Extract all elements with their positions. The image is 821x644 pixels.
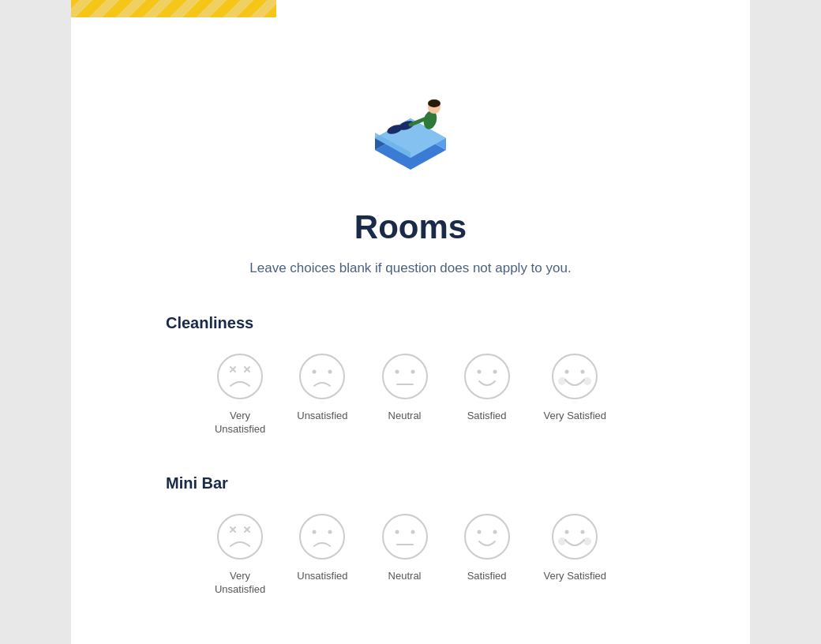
mini-bar-very-satisfied[interactable]: Very Satisfied (544, 511, 607, 597)
satisfied-label: Satisfied (467, 410, 507, 423)
svg-point-24 (477, 370, 481, 374)
mini-bar-unsatisfied[interactable]: Unsatisfied (297, 511, 347, 597)
top-stripe-decoration (71, 0, 276, 17)
svg-point-31 (218, 515, 262, 559)
very-unsatisfied-label: VeryUnsatisfied (215, 410, 265, 436)
mini-bar-very-satisfied-label: Very Satisfied (544, 570, 607, 583)
svg-point-40 (395, 530, 399, 534)
mini-bar-satisfied[interactable]: Satisfied (462, 511, 512, 597)
cleanliness-unsatisfied[interactable]: Unsatisfied (297, 351, 347, 436)
mini-bar-neutral[interactable]: Neutral (380, 511, 430, 597)
cleanliness-neutral[interactable]: Neutral (380, 351, 430, 436)
svg-point-27 (565, 370, 569, 374)
svg-point-46 (553, 515, 597, 559)
svg-point-19 (383, 354, 427, 399)
svg-point-21 (410, 370, 414, 374)
svg-point-20 (395, 370, 399, 374)
very-satisfied-label: Very Satisfied (544, 410, 607, 423)
svg-point-44 (477, 530, 481, 534)
cleanliness-very-satisfied[interactable]: Very Satisfied (544, 351, 607, 436)
cleanliness-label: Cleanliness (166, 314, 655, 332)
svg-point-47 (565, 530, 569, 534)
svg-point-23 (465, 354, 509, 399)
svg-point-9 (428, 99, 440, 107)
rooms-illustration (351, 71, 470, 189)
svg-point-11 (218, 354, 262, 399)
svg-point-28 (581, 370, 585, 374)
svg-point-38 (328, 530, 332, 534)
page-subtitle: Leave choices blank if question does not… (249, 260, 571, 276)
svg-point-36 (300, 515, 344, 559)
mini-bar-rating-row: VeryUnsatisfied Unsatisfied (166, 511, 655, 597)
page-wrapper: Rooms Leave choices blank if question do… (71, 0, 750, 644)
cleanliness-satisfied[interactable]: Satisfied (462, 351, 512, 436)
svg-point-49 (558, 537, 566, 545)
unsatisfied-label: Unsatisfied (297, 410, 347, 423)
main-content: Rooms Leave choices blank if question do… (71, 0, 750, 644)
svg-point-45 (493, 530, 497, 534)
mini-bar-label: Mini Bar (166, 474, 655, 492)
svg-point-18 (328, 370, 332, 374)
svg-point-29 (558, 377, 566, 385)
cleanliness-rating-row: VeryUnsatisfied Unsatisfied (166, 351, 655, 436)
mini-bar-neutral-label: Neutral (388, 570, 422, 583)
page-title: Rooms (354, 208, 467, 246)
svg-point-25 (493, 370, 497, 374)
mini-bar-very-unsatisfied-label: VeryUnsatisfied (215, 570, 265, 597)
svg-point-26 (553, 354, 597, 399)
svg-point-50 (583, 537, 591, 545)
mini-bar-very-unsatisfied[interactable]: VeryUnsatisfied (215, 511, 265, 597)
svg-point-43 (465, 515, 509, 559)
mini-bar-satisfied-label: Satisfied (467, 570, 507, 583)
svg-point-17 (313, 370, 317, 374)
neutral-label: Neutral (388, 410, 422, 423)
cleanliness-very-unsatisfied[interactable]: VeryUnsatisfied (215, 351, 265, 436)
svg-point-41 (410, 530, 414, 534)
cleanliness-section: Cleanliness VeryUnsatisfied (166, 314, 655, 449)
svg-point-37 (313, 530, 317, 534)
svg-point-16 (300, 354, 344, 399)
mini-bar-unsatisfied-label: Unsatisfied (297, 570, 347, 583)
svg-point-48 (581, 530, 585, 534)
svg-point-30 (583, 377, 591, 385)
mini-bar-section: Mini Bar VeryUnsatisfied (166, 474, 655, 609)
svg-point-39 (383, 515, 427, 559)
